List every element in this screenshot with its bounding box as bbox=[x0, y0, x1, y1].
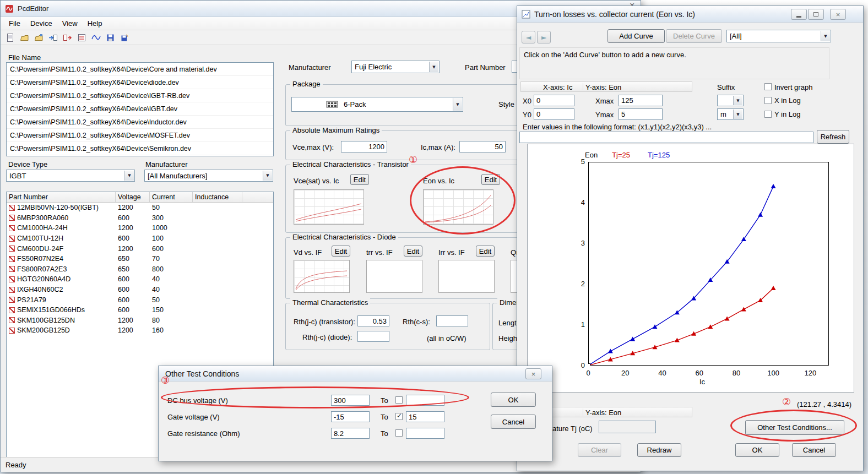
gate-voltage-input[interactable]: -15 bbox=[331, 411, 370, 422]
chevron-down-icon[interactable]: ▼ bbox=[733, 96, 742, 105]
file-list-item[interactable]: C:\Powersim\PSIM11.0.2_softkeyX64\Device… bbox=[7, 89, 273, 102]
part-row[interactable]: SEMiX151GD066HDs 600 150 bbox=[7, 305, 273, 315]
minimize-button[interactable] bbox=[791, 9, 807, 20]
gate-resistance-to-input[interactable] bbox=[406, 428, 444, 439]
part-row[interactable]: PS21A79 600 50 bbox=[7, 295, 273, 305]
dialog-cancel-button[interactable]: Cancel bbox=[491, 415, 536, 429]
y0-input[interactable]: 0 bbox=[534, 108, 574, 120]
vce-max-input[interactable]: 1200 bbox=[341, 141, 387, 152]
open-folder-icon[interactable] bbox=[19, 32, 30, 42]
curve-filter-select[interactable]: [All] ▼ bbox=[726, 30, 831, 42]
maximize-button[interactable] bbox=[808, 9, 824, 20]
file-list-item[interactable]: C:\Powersim\PSIM11.0.2_softkeyX64\Device… bbox=[7, 116, 273, 129]
part-row[interactable]: SKM100GB125DN 1200 80 bbox=[7, 315, 273, 326]
irr-edit-button[interactable]: Edit bbox=[476, 246, 495, 257]
chevron-down-icon[interactable]: ▼ bbox=[733, 110, 742, 119]
device-list-icon[interactable] bbox=[77, 32, 87, 42]
part-row[interactable]: 12MBI50VN-120-50(IGBT) 1200 50 bbox=[7, 203, 273, 213]
add-curve-button[interactable]: Add Curve bbox=[607, 29, 665, 43]
file-list-item[interactable]: C:\Powersim\PSIM11.0.2_softkeyX64\Device… bbox=[7, 142, 273, 155]
rth-diode-input[interactable] bbox=[357, 331, 389, 342]
device-type-select[interactable]: IGBT ▼ bbox=[6, 170, 135, 182]
menu-device[interactable]: Device bbox=[25, 18, 57, 29]
detail-manufacturer-select[interactable]: Fuji Electric ▼ bbox=[351, 61, 440, 73]
part-row[interactable]: FS50R07N2E4 650 70 bbox=[7, 254, 273, 264]
col-voltage[interactable]: Voltage bbox=[116, 192, 150, 202]
gate-resistance-input[interactable]: 8.2 bbox=[331, 428, 370, 439]
vcesat-edit-button[interactable]: Edit bbox=[350, 174, 369, 185]
close-button[interactable]: × bbox=[830, 9, 846, 20]
save-as-icon[interactable] bbox=[120, 32, 130, 42]
curve-window: Turn-on losses vs. collector current (Eo… bbox=[517, 6, 864, 471]
rth-cs-input[interactable] bbox=[436, 315, 468, 326]
chevron-down-icon[interactable]: ▼ bbox=[453, 98, 462, 111]
import-device-icon[interactable] bbox=[48, 32, 58, 42]
clear-button[interactable]: Clear bbox=[578, 443, 621, 457]
manufacturer-filter-select[interactable]: [All Manufacturers] ▼ bbox=[144, 170, 273, 182]
part-icon bbox=[9, 215, 15, 221]
menu-file[interactable]: File bbox=[4, 18, 25, 29]
file-list-item[interactable]: C:\Powersim\PSIM11.0.2_softkeyX64\Device… bbox=[7, 129, 273, 142]
cancel-button[interactable]: Cancel bbox=[792, 443, 836, 457]
x0-input[interactable]: 0 bbox=[534, 95, 574, 106]
back-button[interactable]: ◄ bbox=[522, 31, 535, 43]
chevron-down-icon[interactable]: ▼ bbox=[124, 171, 134, 181]
file-list-item[interactable]: C:\Powersim\PSIM11.0.2_softkeyX64\Device… bbox=[7, 63, 273, 76]
xmax-input[interactable]: 125 bbox=[619, 95, 663, 106]
eon-plot[interactable] bbox=[588, 162, 829, 366]
menu-view[interactable]: View bbox=[57, 18, 83, 29]
x-log-checkbox[interactable] bbox=[764, 97, 772, 104]
file-list-item[interactable]: C:\Powersim\PSIM11.0.2_softkeyX64\Device… bbox=[7, 76, 273, 89]
part-row[interactable]: IXGH40N60C2 600 40 bbox=[7, 285, 273, 295]
y-suffix-select[interactable]: m ▼ bbox=[717, 108, 744, 120]
delete-curve-button[interactable]: Delete Curve bbox=[666, 29, 722, 43]
y-log-checkbox[interactable] bbox=[764, 111, 772, 118]
rth-transistor-input[interactable]: 0.53 bbox=[357, 315, 389, 326]
dialog-ok-button[interactable]: OK bbox=[491, 393, 536, 407]
x-suffix-select[interactable]: ▼ bbox=[717, 95, 744, 106]
part-row[interactable]: CM1000HA-24H 1200 1000 bbox=[7, 223, 273, 233]
part-row[interactable]: SKM200GB125D 1200 160 bbox=[7, 325, 273, 336]
chevron-down-icon[interactable]: ▼ bbox=[821, 31, 830, 41]
part-row[interactable]: 6MBP300RA060 600 300 bbox=[7, 213, 273, 224]
eon-edit-button[interactable]: Edit bbox=[481, 174, 500, 185]
part-row[interactable]: HGTG20N60A4D 600 40 bbox=[7, 274, 273, 285]
menu-help[interactable]: Help bbox=[83, 18, 107, 29]
gate-voltage-to-input[interactable]: 15 bbox=[406, 411, 444, 422]
chevron-down-icon[interactable]: ▼ bbox=[263, 171, 272, 181]
y-tick-label: 5 bbox=[569, 157, 585, 166]
dc-bus-voltage-input[interactable]: 300 bbox=[331, 395, 370, 406]
file-list-item[interactable]: C:\Powersim\PSIM11.0.2_softkeyX64\Device… bbox=[7, 102, 273, 116]
col-part-number[interactable]: Part Number bbox=[7, 192, 116, 202]
gate-voltage-range-checkbox[interactable] bbox=[395, 413, 403, 420]
waveform-icon[interactable] bbox=[91, 32, 101, 42]
save-icon[interactable] bbox=[105, 32, 116, 42]
package-select[interactable]: 6-Pack ▼ bbox=[291, 97, 463, 112]
dc-bus-to-input[interactable] bbox=[406, 395, 444, 406]
ic-max-input[interactable]: 50 bbox=[459, 141, 506, 152]
open-library-icon[interactable] bbox=[34, 32, 44, 42]
gate-resistance-range-checkbox[interactable] bbox=[395, 429, 403, 437]
part-row[interactable]: CM600DU-24F 1200 600 bbox=[7, 243, 273, 254]
col-current[interactable]: Current bbox=[150, 192, 193, 202]
export-device-icon[interactable] bbox=[62, 32, 73, 42]
dialog-close-button[interactable]: × bbox=[525, 368, 541, 379]
forward-button[interactable]: ► bbox=[537, 31, 551, 43]
values-input[interactable] bbox=[519, 132, 813, 143]
x-tick-label: 80 bbox=[729, 369, 744, 377]
invert-graph-checkbox[interactable] bbox=[764, 83, 772, 90]
part-row[interactable]: CM100TU-12H 600 100 bbox=[7, 233, 273, 244]
other-test-conditions-button[interactable]: Other Test Conditions... bbox=[745, 420, 844, 435]
refresh-button[interactable]: Refresh bbox=[817, 130, 849, 144]
chevron-down-icon[interactable]: ▼ bbox=[429, 62, 438, 72]
ymax-input[interactable]: 5 bbox=[619, 108, 663, 120]
part-row[interactable]: FS800R07A2E3 650 800 bbox=[7, 264, 273, 275]
junction-temp-input[interactable] bbox=[599, 421, 656, 433]
col-inductance[interactable]: Inductance bbox=[193, 192, 242, 202]
new-file-icon[interactable] bbox=[5, 32, 15, 42]
trr-edit-button[interactable]: Edit bbox=[404, 246, 422, 257]
ok-button[interactable]: OK bbox=[735, 443, 779, 457]
dc-bus-range-checkbox[interactable] bbox=[395, 396, 403, 404]
vd-edit-button[interactable]: Edit bbox=[332, 246, 350, 257]
redraw-button[interactable]: Redraw bbox=[637, 443, 681, 457]
